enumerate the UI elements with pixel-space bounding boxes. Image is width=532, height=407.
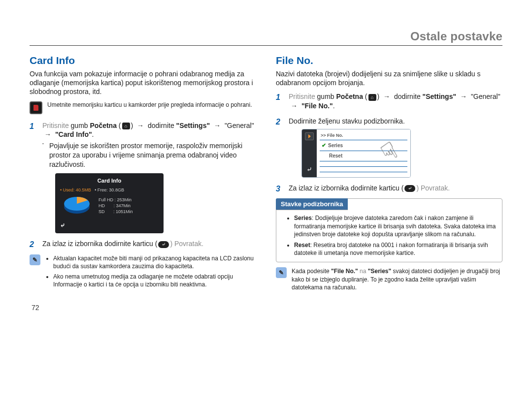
left-step-2: Za izlaz iz izbornika dodirnite karticu … — [30, 239, 256, 249]
submenu-panel-header: Stavke podizbornika — [276, 198, 348, 210]
note-icon: ✎ — [30, 254, 40, 265]
left-step-1: Pritisnite gumb Početna (⌂) → dodirnite … — [30, 121, 256, 234]
section-title-card-info: Card Info — [30, 55, 256, 66]
return-icon: ⤶ — [404, 185, 415, 192]
panel-item-reset: Reset: Resetira broj datoteke na 0001 i … — [294, 241, 497, 257]
pie-icon — [60, 193, 94, 219]
page-number: 72 — [30, 304, 39, 312]
fn-header: >> File No. — [320, 131, 407, 140]
panel-item-series: Series: Dodijeljuje brojeve datoteka zar… — [294, 214, 497, 238]
return-icon: ⤶ — [306, 165, 312, 174]
note-right: ✎ Kada podesite "File No." na "Series" s… — [276, 267, 502, 291]
intro-card-info: Ova funkcija vam pokazuje informacije o … — [30, 69, 256, 96]
ci-shot-title: Card Info — [60, 177, 159, 185]
insert-card-note: Umetnite memorijsku karticu u kamkorder … — [30, 101, 256, 114]
note-left-item-1: Aktualan kapacitet može biti manji od pr… — [53, 254, 256, 270]
chapter-title: Ostale postavke — [30, 30, 502, 43]
home-icon: ⌂ — [368, 94, 376, 101]
return-icon: ⤶ — [158, 241, 169, 248]
check-icon: ✔ — [322, 142, 326, 149]
card-info-screenshot: Card Info • Used: 40.5MB • Free: 30.8GB — [55, 173, 164, 233]
section-title-file-no: File No. — [276, 55, 502, 66]
ci-back-icon: ⤶ — [60, 221, 159, 229]
intro-file-no: Nazivi datoteka (brojevi) dodijeljeni su… — [276, 69, 502, 87]
right-step-1: Pritisnite gumb Početna (⌂) → dodirnite … — [276, 92, 502, 111]
left-step-1-bullet: Pojavljuje se iskorišten prostor memorij… — [42, 141, 256, 169]
insert-card-text: Umetnite memorijsku karticu u kamkorder … — [47, 101, 252, 109]
play-icon — [305, 132, 314, 140]
note-left-item-2: Ako nema umetnutog medija za odlaganje n… — [53, 273, 256, 288]
right-step-2: Dodirnite željenu stavku podizbornika. ⤶… — [276, 117, 502, 177]
note-icon: ✎ — [276, 267, 287, 278]
divider — [30, 45, 502, 46]
sd-card-icon — [30, 101, 42, 114]
file-no-screenshot: ⤶ >> File No. ✔ Series Reset — [301, 129, 411, 177]
submenu-panel: Stavke podizbornika Series: Dodijeljuje … — [276, 198, 502, 262]
note-left: ✎ Aktualan kapacitet može biti manji od … — [30, 254, 256, 290]
home-icon: ⌂ — [122, 123, 130, 129]
ci-stats: Full HD : 253Min HD : 347Min SD : 1051Mi… — [99, 197, 133, 215]
right-step-3: Za izlaz iz izbornika dodirnite karticu … — [276, 184, 502, 193]
